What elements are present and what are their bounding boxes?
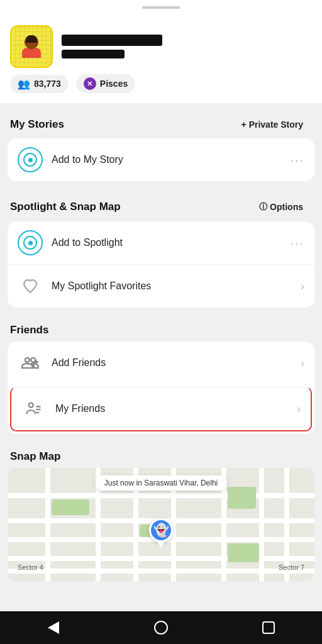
avatar-hair — [26, 35, 37, 43]
my-stories-title: My Stories — [10, 118, 64, 131]
my-friends-label: My Friends — [55, 403, 288, 414]
map-green-4 — [228, 543, 259, 562]
display-name-redacted — [62, 35, 162, 46]
sector-4-label: Sector 4 — [18, 564, 43, 571]
my-friends-chevron: › — [297, 402, 301, 416]
back-icon — [48, 621, 59, 634]
spotlight-card: Add to Spotlight ··· My Spotlight Favori… — [8, 221, 314, 308]
map-road-h5 — [8, 569, 314, 574]
profile-top — [10, 25, 312, 68]
map-pin-ghost-icon: 👻 — [153, 523, 169, 538]
avatar-body — [22, 48, 41, 58]
spotlight-camera-icon — [18, 230, 43, 255]
map-container[interactable]: Just now in Saraswati Vihar, Delhi Secto… — [8, 468, 314, 581]
spotlight-title: Spotlight & Snap Map — [10, 201, 121, 213]
add-friends-icon — [18, 350, 43, 375]
map-road-h4 — [8, 556, 314, 561]
spotlight-camera-dot — [28, 241, 33, 245]
add-to-story-row[interactable]: Add to My Story ··· — [8, 138, 314, 181]
friends-header: Friends — [0, 315, 322, 341]
spotlight-dots-menu[interactable]: ··· — [290, 236, 304, 250]
map-tooltip: Just now in Saraswati Vihar, Delhi — [96, 475, 227, 491]
back-button[interactable] — [40, 614, 67, 641]
status-bar-indicator — [142, 6, 180, 9]
avatar-head — [25, 35, 38, 49]
home-icon — [154, 621, 168, 635]
map-road-v1 — [45, 468, 50, 581]
svg-point-2 — [29, 403, 33, 408]
story-dots-menu[interactable]: ··· — [290, 153, 304, 167]
info-icon: ⓘ — [259, 201, 267, 213]
friends-list-svg — [25, 400, 43, 418]
followers-badge[interactable]: 👥 83,773 — [10, 75, 69, 93]
map-green-3 — [228, 487, 256, 509]
recents-button[interactable] — [255, 614, 282, 641]
zodiac-icon: ✕ — [84, 77, 96, 90]
my-friends-icon — [21, 396, 47, 421]
profile-section: 👥 83,773 ✕ Pisces — [0, 15, 322, 103]
add-friends-row[interactable]: Add Friends › — [8, 341, 314, 384]
profile-names — [62, 35, 162, 58]
friends-title: Friends — [10, 324, 48, 336]
snap-map-title: Snap Map — [10, 450, 60, 463]
username-redacted — [62, 50, 125, 58]
profile-stats: 👥 83,773 ✕ Pisces — [10, 74, 312, 93]
map-road-v6 — [259, 468, 264, 581]
map-road-h1 — [8, 493, 314, 498]
add-to-story-label: Add to My Story — [52, 154, 281, 165]
add-to-spotlight-label: Add to Spotlight — [52, 237, 281, 248]
spotlight-favorites-chevron: › — [301, 280, 304, 293]
avatar-figure — [18, 33, 45, 60]
story-camera-icon — [18, 147, 43, 172]
map-section: Just now in Saraswati Vihar, Delhi Secto… — [0, 468, 322, 581]
add-person-svg — [21, 354, 39, 372]
add-friends-label: Add Friends — [52, 357, 292, 369]
story-camera-inner — [23, 153, 37, 167]
my-stories-card: Add to My Story ··· — [8, 138, 314, 181]
my-friends-row[interactable]: My Friends › — [10, 387, 312, 431]
private-story-button[interactable]: + Private Story — [233, 116, 312, 133]
map-pin-tail — [157, 541, 165, 548]
snap-map-header: Snap Map — [0, 441, 322, 468]
recents-icon — [262, 621, 275, 634]
story-camera-dot — [28, 158, 33, 162]
spotlight-favorites-label: My Spotlight Favorites — [52, 280, 292, 292]
map-green-1 — [52, 499, 89, 515]
spotlight-header: Spotlight & Snap Map ⓘ Options — [0, 189, 322, 221]
status-bar — [0, 0, 322, 15]
sector-7-label: Sector 7 — [279, 564, 304, 571]
zodiac-label: Pisces — [100, 79, 128, 89]
zodiac-badge[interactable]: ✕ Pisces — [76, 74, 135, 93]
friends-card: Add Friends › My Friends › — [8, 341, 314, 434]
map-avatar-pin: 👻 — [149, 518, 173, 542]
home-button[interactable] — [147, 614, 175, 641]
avatar[interactable] — [10, 25, 53, 68]
friends-icon: 👥 — [18, 78, 30, 90]
add-to-spotlight-row[interactable]: Add to Spotlight ··· — [8, 221, 314, 264]
heart-icon — [18, 274, 43, 299]
followers-count: 83,773 — [34, 79, 61, 89]
add-friends-chevron: › — [301, 357, 304, 370]
my-stories-header: My Stories + Private Story — [0, 107, 322, 138]
spotlight-favorites-row[interactable]: My Spotlight Favorites › — [8, 264, 314, 308]
spotlight-camera-inner — [23, 236, 37, 250]
bottom-nav — [0, 611, 322, 644]
options-button[interactable]: ⓘ Options — [250, 197, 312, 216]
heart-svg — [22, 278, 38, 294]
